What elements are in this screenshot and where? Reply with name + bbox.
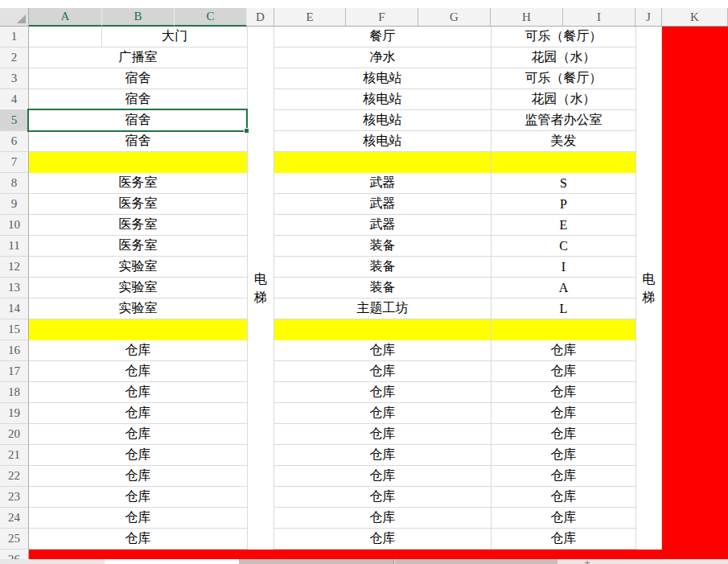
cell-abc-row8[interactable]: 医务室 <box>29 173 247 194</box>
cell-efg-row19[interactable]: 仓库 <box>274 403 491 424</box>
cell-efg-row10[interactable]: 武器 <box>274 215 491 236</box>
cell-abc-row18[interactable]: 仓库 <box>29 382 247 403</box>
cell-hi-row8[interactable]: S <box>491 173 635 194</box>
cell-hi-row20[interactable]: 仓库 <box>491 424 635 445</box>
cell-abc-row19[interactable]: 仓库 <box>29 403 247 424</box>
column-header-I[interactable]: I <box>563 8 635 27</box>
column-header-K[interactable]: K <box>662 8 728 27</box>
cell-efg-row6[interactable]: 核电站 <box>274 131 491 152</box>
cell-hi-row21[interactable]: 仓库 <box>491 445 635 466</box>
column-header-J[interactable]: J <box>635 8 662 27</box>
cell-efg-row13[interactable]: 装备 <box>274 278 491 298</box>
sheet-tab-2[interactable] <box>239 559 394 564</box>
row-header-3[interactable]: 3 <box>0 68 29 89</box>
row-header-4[interactable]: 4 <box>0 89 29 110</box>
row-header-11[interactable]: 11 <box>0 236 29 257</box>
cell-efg-row24[interactable]: 仓库 <box>274 508 491 529</box>
column-header-E[interactable]: E <box>274 8 346 27</box>
sheet-tab-active[interactable] <box>105 559 239 564</box>
row-header-14[interactable]: 14 <box>0 298 29 319</box>
column-header-C[interactable]: C <box>175 8 247 27</box>
cell-hi-row24[interactable]: 仓库 <box>491 508 635 529</box>
cell-efg-row1[interactable]: 餐厅 <box>274 27 491 47</box>
row-header-10[interactable]: 10 <box>0 215 29 236</box>
cell-abc-row24[interactable]: 仓库 <box>29 508 247 529</box>
cell-abc-row1-a1-empty[interactable] <box>29 27 102 47</box>
row-header-21[interactable]: 21 <box>0 445 29 466</box>
cell-hi-row6[interactable]: 美发 <box>491 131 635 152</box>
cell-hi-row11[interactable]: C <box>491 236 635 257</box>
add-sheet-button[interactable]: + <box>581 559 594 564</box>
cell-hi-row3[interactable]: 可乐（餐厅） <box>491 68 635 89</box>
cell-efg-row18[interactable]: 仓库 <box>274 382 491 403</box>
cell-hi-row2[interactable]: 花园（水） <box>491 47 635 68</box>
cell-hi-row18[interactable]: 仓库 <box>491 382 635 403</box>
cell-abc-row23[interactable]: 仓库 <box>29 487 247 508</box>
cell-efg-row20[interactable]: 仓库 <box>274 424 491 445</box>
row-header-6[interactable]: 6 <box>0 131 29 152</box>
cell-efg-row9[interactable]: 武器 <box>274 194 491 215</box>
column-header-G[interactable]: G <box>418 8 491 27</box>
cell-elevator-D[interactable]: 电梯 <box>247 27 274 550</box>
cell-abc-row5[interactable]: 宿舍 <box>29 110 247 131</box>
cell-efg-row21[interactable]: 仓库 <box>274 445 491 466</box>
select-all-corner[interactable] <box>0 8 29 27</box>
cell-abc-row17[interactable]: 仓库 <box>29 361 247 382</box>
row-header-7[interactable]: 7 <box>0 152 29 173</box>
cell-efg-row15[interactable] <box>274 319 491 340</box>
cell-abc-row7[interactable] <box>29 152 247 173</box>
row-header-22[interactable]: 22 <box>0 466 29 487</box>
cell-hi-row14[interactable]: L <box>491 298 635 319</box>
column-header-D[interactable]: D <box>247 8 274 27</box>
cell-efg-row8[interactable]: 武器 <box>274 173 491 194</box>
row-header-1[interactable]: 1 <box>0 27 29 47</box>
column-header-B[interactable]: B <box>102 8 175 27</box>
cell-abc-row13[interactable]: 实验室 <box>29 278 247 298</box>
row-header-19[interactable]: 19 <box>0 403 29 424</box>
cell-hi-row19[interactable]: 仓库 <box>491 403 635 424</box>
cell-abc-row20[interactable]: 仓库 <box>29 424 247 445</box>
cell-abc-row12[interactable]: 实验室 <box>29 257 247 278</box>
row-header-16[interactable]: 16 <box>0 340 29 361</box>
cell-efg-row14[interactable]: 主题工坊 <box>274 298 491 319</box>
cell-abc-row21[interactable]: 仓库 <box>29 445 247 466</box>
cell-hi-row12[interactable]: I <box>491 257 635 278</box>
cell-efg-row11[interactable]: 装备 <box>274 236 491 257</box>
cell-efg-row2[interactable]: 净水 <box>274 47 491 68</box>
row-header-8[interactable]: 8 <box>0 173 29 194</box>
column-header-A[interactable]: A <box>29 8 102 27</box>
row-header-5[interactable]: 5 <box>0 110 29 131</box>
row-header-24[interactable]: 24 <box>0 508 29 529</box>
cell-hi-row1[interactable]: 可乐（餐厅） <box>491 27 635 47</box>
row-header-18[interactable]: 18 <box>0 382 29 403</box>
cell-abc-row3[interactable]: 宿舍 <box>29 68 247 89</box>
cell-efg-row25[interactable]: 仓库 <box>274 529 491 550</box>
cell-efg-row12[interactable]: 装备 <box>274 257 491 278</box>
cell-abc-row14[interactable]: 实验室 <box>29 298 247 319</box>
cell-abc-row25[interactable]: 仓库 <box>29 529 247 550</box>
cell-elevator-J[interactable]: 电梯 <box>635 27 662 550</box>
red-row-26[interactable] <box>29 550 728 559</box>
row-header-23[interactable]: 23 <box>0 487 29 508</box>
cell-abc-row10[interactable]: 医务室 <box>29 215 247 236</box>
sheet-tab-3[interactable] <box>395 559 557 564</box>
cell-abc-row4[interactable]: 宿舍 <box>29 89 247 110</box>
cell-hi-row13[interactable]: A <box>491 278 635 298</box>
cell-efg-row4[interactable]: 核电站 <box>274 89 491 110</box>
cell-hi-row16[interactable]: 仓库 <box>491 340 635 361</box>
cell-efg-row17[interactable]: 仓库 <box>274 361 491 382</box>
cell-abc-row1[interactable]: 大门 <box>102 27 247 47</box>
cell-efg-row16[interactable]: 仓库 <box>274 340 491 361</box>
row-header-17[interactable]: 17 <box>0 361 29 382</box>
cell-hi-row9[interactable]: P <box>491 194 635 215</box>
cell-hi-row4[interactable]: 花园（水） <box>491 89 635 110</box>
cell-efg-row23[interactable]: 仓库 <box>274 487 491 508</box>
cell-efg-row22[interactable]: 仓库 <box>274 466 491 487</box>
cell-hi-row15[interactable] <box>491 319 635 340</box>
cell-abc-row2[interactable]: 广播室 <box>29 47 247 68</box>
cell-abc-row16[interactable]: 仓库 <box>29 340 247 361</box>
row-header-12[interactable]: 12 <box>0 257 29 278</box>
cell-abc-row11[interactable]: 医务室 <box>29 236 247 257</box>
column-header-H[interactable]: H <box>491 8 563 27</box>
cell-hi-row10[interactable]: E <box>491 215 635 236</box>
